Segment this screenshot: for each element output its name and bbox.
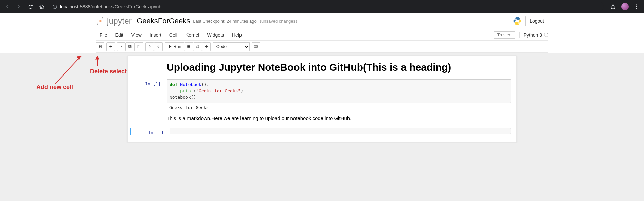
svg-rect-17 — [138, 45, 139, 45]
svg-marker-23 — [95, 56, 99, 59]
menu-cell[interactable]: Cell — [165, 29, 181, 41]
restart-run-all-button[interactable] — [202, 42, 211, 51]
paste-icon — [137, 44, 141, 49]
star-icon[interactable] — [608, 2, 618, 11]
add-cell-button[interactable] — [106, 42, 115, 51]
code-cell-empty[interactable]: In [ ]: — [128, 128, 516, 135]
menu-insert[interactable]: Insert — [146, 29, 165, 41]
kebab-menu-icon[interactable] — [632, 2, 641, 11]
arrow-down-icon — [156, 44, 160, 49]
kernel-indicator[interactable]: Python 3 — [524, 32, 548, 38]
restart-button[interactable] — [193, 42, 202, 51]
svg-line-20 — [55, 56, 81, 84]
jupyter-logo[interactable]: jupyter — [96, 16, 132, 26]
cell-prompt — [130, 112, 167, 123]
svg-rect-1 — [55, 6, 55, 8]
restart-icon — [195, 44, 200, 49]
code-input-area[interactable]: def Notebook(): print("Geeks for Geeks")… — [167, 79, 511, 103]
python-logo-icon — [513, 16, 522, 26]
plus-icon — [109, 44, 113, 49]
cell-type-select[interactable]: Code — [213, 42, 250, 51]
cell-prompt: In [1]: — [130, 79, 167, 112]
home-icon[interactable] — [37, 2, 46, 11]
copy-cell-button[interactable] — [126, 42, 135, 51]
svg-marker-21 — [77, 56, 81, 60]
save-button[interactable] — [96, 42, 104, 51]
browser-toolbar: localhost:8888/notebooks/GeeksForGeeks.i… — [0, 0, 644, 13]
svg-point-7 — [97, 24, 98, 25]
svg-rect-2 — [55, 5, 55, 6]
annotation-add-cell: Add new cell — [36, 84, 73, 91]
svg-rect-14 — [129, 45, 131, 48]
save-icon — [98, 44, 102, 49]
run-button-label: Run — [173, 44, 181, 49]
site-info-icon[interactable] — [52, 4, 57, 9]
markdown-cell-heading[interactable]: Uploading Jupyter NoteBook into GitHub(T… — [128, 60, 516, 79]
svg-rect-16 — [138, 45, 140, 48]
profile-avatar[interactable] — [621, 3, 629, 10]
stop-icon — [186, 44, 191, 49]
menu-file[interactable]: File — [96, 29, 111, 41]
cell-prompt: In [ ]: — [133, 128, 170, 135]
copy-icon — [128, 44, 132, 49]
notebook-container: Uploading Jupyter NoteBook into GitHub(T… — [127, 56, 517, 143]
interrupt-button[interactable] — [184, 42, 193, 51]
cell-prompt — [130, 60, 167, 79]
svg-rect-11 — [99, 47, 101, 48]
svg-point-6 — [102, 17, 103, 18]
trusted-button[interactable]: Trusted — [494, 31, 515, 39]
arrow-up-icon — [148, 44, 152, 49]
menu-view[interactable]: View — [127, 29, 146, 41]
checkpoint-text: Last Checkpoint: 24 minutes ago — [193, 19, 256, 24]
move-down-button[interactable] — [154, 42, 163, 51]
logout-button[interactable]: Logout — [525, 16, 548, 26]
forward-icon[interactable] — [14, 2, 23, 11]
scissors-icon — [119, 44, 124, 49]
markdown-cell-text[interactable]: This is a markdown.Here we are learning … — [128, 112, 516, 123]
toolbar: Run Code — [96, 41, 548, 53]
svg-point-8 — [516, 18, 516, 19]
code-cell[interactable]: In [1]: def Notebook(): print("Geeks for… — [128, 79, 516, 112]
kernel-name-text: Python 3 — [524, 32, 542, 38]
markdown-paragraph: This is a markdown.Here we are learning … — [167, 115, 511, 121]
code-output: Geeks for Geeks — [167, 103, 511, 112]
back-icon[interactable] — [3, 2, 12, 11]
menubar: File Edit View Insert Cell Kernel Widget… — [96, 29, 548, 41]
menu-widgets[interactable]: Widgets — [203, 29, 228, 41]
move-up-button[interactable] — [145, 42, 154, 51]
notebook-heading: Uploading Jupyter NoteBook into GitHub(T… — [167, 62, 511, 73]
fast-forward-icon — [204, 44, 208, 49]
svg-point-3 — [636, 4, 637, 5]
menu-help[interactable]: Help — [228, 29, 246, 41]
cell-focus-indicator — [130, 128, 131, 135]
menu-kernel[interactable]: Kernel — [181, 29, 203, 41]
svg-rect-18 — [187, 45, 190, 48]
notebook-title[interactable]: GeeksForGeeks — [137, 17, 190, 26]
kernel-status-icon — [544, 33, 548, 37]
cut-cell-button[interactable] — [117, 42, 126, 51]
notebook-header: jupyter GeeksForGeeks Last Checkpoint: 2… — [96, 13, 548, 29]
run-button[interactable]: Run — [165, 42, 184, 51]
command-palette-button[interactable] — [252, 42, 260, 51]
separator — [519, 32, 520, 38]
url-bar[interactable]: localhost:8888/notebooks/GeeksForGeeks.i… — [48, 2, 604, 11]
svg-point-9 — [518, 23, 519, 24]
reload-icon[interactable] — [25, 2, 35, 11]
svg-rect-15 — [129, 46, 131, 48]
url-text: localhost:8888/notebooks/GeeksForGeeks.i… — [60, 4, 161, 9]
jupyter-logo-icon — [96, 16, 105, 26]
keyboard-icon — [254, 44, 258, 49]
menu-edit[interactable]: Edit — [111, 29, 127, 41]
paste-cell-button[interactable] — [135, 42, 143, 51]
run-icon — [168, 44, 172, 49]
jupyter-logo-text: jupyter — [107, 16, 132, 26]
code-input-area[interactable] — [170, 128, 511, 134]
svg-point-5 — [636, 8, 637, 9]
svg-point-4 — [636, 6, 637, 7]
unsaved-indicator: (unsaved changes) — [260, 19, 297, 24]
